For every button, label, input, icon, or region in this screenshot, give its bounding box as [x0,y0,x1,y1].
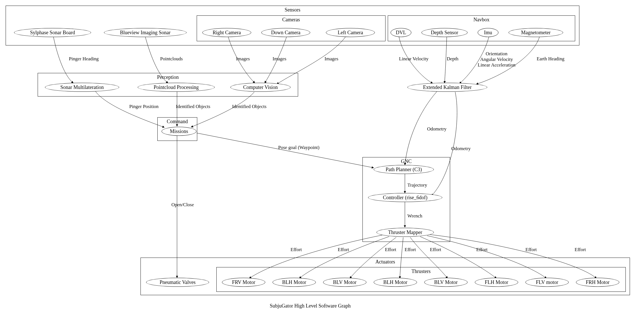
node-lcam: Left Camera [326,28,375,37]
node-rcam: Right Camera [202,28,251,37]
cluster-sensors-label: Sensors [285,7,300,13]
node-blueview: Blueview Imaging Sonar [104,28,187,37]
node-pp: Path Planner (C3) [374,165,434,174]
edge-label-depth: Depth [447,56,459,62]
node-depth: Depth Sensor [421,28,468,37]
edge-label-eff2: Effort [385,247,396,253]
node-sonarml: Sonar Multilateration [45,83,119,92]
node-th0: FRV Motor [222,278,265,287]
edge-label-odom1: Odometry [427,126,446,132]
node-tmap: Thruster Mapper [377,228,434,237]
cluster-gnc-label: GNC [401,159,412,164]
cluster-command-label: Command [167,119,188,125]
node-th2: BLV Motor [323,278,366,287]
edge-label-pinger-pos: Pinger Position [129,104,158,109]
edge-label-linvel: Linear Velocity [399,56,428,62]
edge-label-eff0: Effort [291,247,302,253]
cluster-thrusters-label: Thrusters [412,269,431,274]
edge-label-imu: Orientation Angular Velocity Linear Acce… [478,51,516,68]
edge-label-eff7: Effort [575,247,586,253]
node-ekf: Extended Kalman Filter [407,83,487,92]
edge-label-posegoal: Pose goal (Waypoint) [278,145,319,150]
diagram-caption: SubjuGator High Level Software Graph [270,303,351,309]
node-th3: BLH Motor [374,278,417,287]
node-pvalves: Pneumatic Valves [146,278,209,287]
node-th1: BLH Motor [273,278,316,287]
cluster-navbox-label: Navbox [473,17,489,23]
cluster-actuators-label: Actuators [375,259,395,265]
edge-sonarml-missions [96,91,164,127]
edge-label-eff4: Effort [430,247,441,253]
node-pcproc: Pointcloud Processing [138,83,215,92]
node-th7: FRH Motor [576,278,619,287]
edge-label-pinger-heading: Pinger Heading [69,56,99,62]
node-th4: BLV Motor [424,278,468,287]
edge-label-images2: Images [273,56,286,62]
node-sylphase: Sylphase Sonar Board [14,28,91,37]
edge-label-ident2: Identified Objects [232,104,266,109]
cluster-cameras-label: Cameras [282,17,300,23]
edge-cv-missions [191,92,254,127]
edge-missions-pp [197,133,374,168]
edge-label-images3: Images [325,56,338,62]
node-cv: Computer Vision [230,83,291,92]
edge-label-pointclouds: Pointclouds [160,56,183,62]
edge-label-wrench: Wrench [407,213,422,219]
node-mag: Magnetometer [509,28,563,37]
node-missions: Missions [162,127,196,136]
node-ctrl: Controller (rise_6dof) [368,193,442,202]
edge-label-eff6: Effort [525,247,537,253]
edge-label-ident1: Identified Objects [176,104,210,109]
cluster-perception-label: Perception [157,74,179,80]
node-dcam: Down Camera [261,28,310,37]
diagram-root: Sensors Cameras Navbox Perception Comman… [0,0,644,312]
edge-label-traj: Trajectory [407,182,427,188]
node-imu: Imu [478,28,498,37]
edge-label-eff1: Effort [338,247,349,253]
edge-label-eff3: Effort [405,247,416,253]
edge-label-odom2: Odometry [451,146,471,152]
edge-label-earth-heading: Earth Heading [537,56,564,62]
node-th5: FLH Motor [475,278,518,287]
node-dvl: DVL [391,28,411,37]
edge-label-openclose: Open/Close [171,202,194,208]
node-th6: FLV motor [525,278,569,287]
edge-label-eff5: Effort [476,247,487,253]
edge-label-images1: Images [236,56,250,62]
